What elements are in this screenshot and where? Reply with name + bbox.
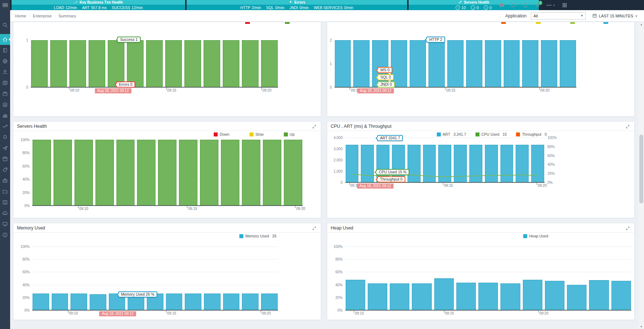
scroll-up-icon[interactable]: ▲ bbox=[639, 22, 644, 27]
sidebar-item-info[interactable] bbox=[0, 229, 10, 240]
application-select[interactable]: All ▼ bbox=[531, 12, 586, 20]
expand-icon[interactable] bbox=[312, 124, 317, 129]
chart-bar bbox=[185, 294, 201, 310]
chart-bar bbox=[223, 40, 239, 87]
more-menu[interactable]: •••∨ bbox=[547, 3, 555, 7]
breadcrumb-item-enterprise[interactable]: Enterprise bbox=[33, 14, 52, 18]
legend-swatch bbox=[516, 132, 520, 136]
sidebar-item-bell[interactable] bbox=[0, 132, 10, 143]
chart-bar bbox=[434, 278, 454, 310]
sidebar-item-map[interactable] bbox=[0, 77, 10, 88]
apps-grid-icon[interactable] bbox=[562, 2, 567, 8]
chart-bar bbox=[33, 294, 49, 310]
sidebar-item-archive[interactable] bbox=[0, 88, 10, 99]
chart-bar bbox=[242, 140, 260, 206]
y-axis-label: 2 bbox=[327, 38, 332, 42]
kpi-stat: LOAD12/min bbox=[54, 5, 77, 10]
memory-used-chart[interactable]: 0%20%40%60%80%100%09:1009:1509:20Aug 18,… bbox=[13, 239, 321, 320]
sidebar-item-toolbox[interactable] bbox=[0, 175, 10, 186]
chart-bar bbox=[263, 140, 281, 206]
sidebar-item-journal[interactable] bbox=[0, 45, 10, 56]
chart-tooltip: ART 3341.7 bbox=[377, 135, 403, 141]
servers-health-chart[interactable]: 0%20%40%60%80%100%09:1009:1509:20 bbox=[13, 138, 321, 218]
expand-icon[interactable] bbox=[312, 225, 317, 231]
sidebar-item-user[interactable] bbox=[0, 67, 10, 77]
calendar-icon bbox=[2, 156, 8, 162]
chart-bar bbox=[90, 294, 106, 310]
chart-bar bbox=[428, 40, 445, 87]
chart-bar bbox=[108, 40, 124, 87]
legend-item-down: Down bbox=[214, 132, 229, 136]
chart-bar bbox=[95, 140, 114, 206]
chart-bar bbox=[242, 40, 259, 87]
cpu-art-throughput-chart[interactable]: 01,0002,0003,0004,0000%20%40%60%80%100%0… bbox=[327, 138, 635, 218]
sidebar-item-layers[interactable] bbox=[0, 99, 10, 110]
chart-bar bbox=[541, 40, 557, 87]
globe-icon bbox=[2, 58, 8, 64]
panel-title: Memory Used bbox=[17, 225, 45, 231]
sidebar-item-cloud[interactable] bbox=[0, 208, 10, 219]
search-icon bbox=[2, 22, 8, 28]
chart-bar bbox=[146, 40, 163, 87]
legend-swatch bbox=[284, 132, 288, 136]
chart-bar bbox=[500, 283, 520, 310]
up-arrow-icon: ↑ bbox=[456, 5, 460, 10]
sidebar-item-book[interactable] bbox=[0, 197, 10, 208]
scroll-down-icon[interactable]: ▼ bbox=[639, 324, 644, 329]
breadcrumb-item-home[interactable]: Home bbox=[15, 14, 26, 18]
panel-title: Servers Health bbox=[17, 124, 47, 129]
business-txn-chart[interactable]: 0109:1009:1509:20Aug 18, 2021 09:12Succe… bbox=[13, 22, 321, 116]
heap-used-chart[interactable]: 0%20%40%60%80%100%09:1009:1509:20 bbox=[327, 239, 635, 320]
y-axis-label: 0% bbox=[327, 308, 343, 312]
sidebar-item-search[interactable] bbox=[0, 20, 10, 30]
chart-bar bbox=[184, 40, 201, 87]
trend-icon bbox=[2, 123, 8, 129]
y-axis-label: 2,000 bbox=[327, 158, 343, 162]
breadcrumb: Home▪Enterprise▪Summary bbox=[15, 14, 76, 18]
y-axis-label: 4,000 bbox=[327, 136, 343, 140]
chart-bar bbox=[353, 40, 370, 87]
x-axis-label: 09:15 bbox=[188, 207, 197, 211]
kpi-section-errors[interactable]: ErrorsHTTP2/minSQL0/minJNDI0/minWEB SERV… bbox=[187, 0, 407, 10]
chat-outline-icon[interactable] bbox=[511, 2, 517, 8]
legend-item-slow: Slow bbox=[250, 132, 264, 136]
sidebar-item-monitor[interactable] bbox=[0, 219, 10, 229]
sidebar-item-send[interactable] bbox=[0, 143, 10, 153]
expand-icon[interactable] bbox=[626, 124, 631, 129]
help-icon[interactable] bbox=[523, 2, 529, 8]
y-axis-right-label: 60% bbox=[547, 154, 555, 158]
info-icon bbox=[2, 232, 8, 238]
chart-bar bbox=[466, 40, 482, 87]
time-range-picker[interactable]: LAST 15 MINUTES ∨ bbox=[592, 13, 637, 18]
sidebar-item-trend[interactable] bbox=[0, 121, 10, 132]
sidebar-item-globe[interactable] bbox=[0, 56, 10, 67]
chart-bar bbox=[410, 40, 426, 87]
scrollbar-thumb[interactable] bbox=[639, 135, 643, 203]
chart-bar bbox=[456, 283, 476, 310]
sidebar-item-folder[interactable] bbox=[0, 186, 10, 197]
notifications-bell-icon[interactable]: 3 bbox=[535, 2, 541, 8]
calendar-icon bbox=[592, 13, 597, 18]
y-axis-label: 0% bbox=[13, 308, 30, 312]
vertical-scrollbar[interactable]: ▲ ▼ bbox=[639, 22, 644, 329]
y-axis-label: 20% bbox=[13, 191, 30, 195]
legend-swatch bbox=[214, 132, 218, 136]
legend-swatch-cut bbox=[536, 22, 541, 24]
chart-tooltip: Errors 0 bbox=[116, 81, 135, 88]
sidebar-item-bar-chart[interactable] bbox=[0, 110, 10, 121]
chart-bar bbox=[504, 40, 520, 87]
sidebar-item-calendar[interactable] bbox=[0, 153, 10, 164]
sidebar-item-home[interactable] bbox=[0, 34, 10, 45]
kpi-stats: LOAD12/minART557.8 msSUCCESS12/min bbox=[12, 5, 185, 10]
breadcrumb-item-summary[interactable]: Summary bbox=[58, 14, 76, 18]
sidebar-item-tag[interactable] bbox=[0, 164, 10, 175]
chart-bar bbox=[54, 140, 72, 206]
chart-tooltip: Throughput 0 bbox=[377, 176, 405, 182]
errors-chart[interactable]: 01209:1009:1509:20Aug 18, 2021 09:12HTTP… bbox=[327, 22, 635, 116]
y-axis-label: 100% bbox=[327, 245, 343, 249]
y-axis-label: 0% bbox=[13, 204, 30, 208]
kpi-section-kbt[interactable]: Key Business Txn HealthLOAD12/minART557.… bbox=[12, 0, 185, 10]
chat-filled-icon[interactable] bbox=[499, 2, 505, 8]
expand-icon[interactable] bbox=[626, 225, 631, 231]
menu-icon[interactable] bbox=[0, 0, 10, 10]
